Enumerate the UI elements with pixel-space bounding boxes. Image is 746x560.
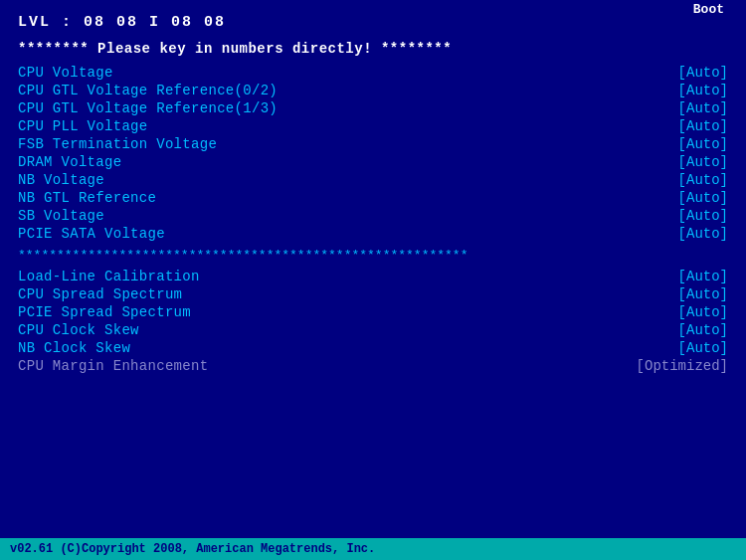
bottom-bar: v02.61 (C)Copyright 2008, American Megat… [0,538,746,560]
menu-value: [Auto] [619,100,728,116]
menu-label: CPU PLL Voltage [18,118,148,134]
menu-value: [Optimized] [619,358,728,374]
menu-value: [Auto] [619,154,728,170]
menu-row[interactable]: CPU GTL Voltage Reference(0/2)[Auto] [18,83,728,98]
menu-label: PCIE SATA Voltage [18,226,165,242]
bios-screen: Boot LVL : 08 08 I 08 08 ******** Please… [0,0,746,560]
menu-value: [Auto] [619,118,728,134]
bottom-text: v02.61 (C)Copyright 2008, American Megat… [10,542,375,556]
menu-row[interactable]: CPU Clock Skew[Auto] [18,322,728,338]
menu-label: NB Voltage [18,172,104,188]
menu-row[interactable]: DRAM Voltage[Auto] [18,154,728,170]
menu-row[interactable]: PCIE Spread Spectrum[Auto] [18,304,728,320]
menu-label: NB GTL Reference [18,190,156,206]
lvl-line: LVL : 08 08 I 08 08 [18,14,728,31]
menu-value: [Auto] [619,269,728,284]
menu-row[interactable]: CPU PLL Voltage[Auto] [18,118,728,134]
boot-label: Boot [689,0,728,19]
menu-row[interactable]: CPU Voltage[Auto] [18,65,728,81]
menu-value: [Auto] [619,136,728,152]
menu-group-2: Load-Line Calibration[Auto]CPU Spread Sp… [18,269,728,374]
menu-row[interactable]: PCIE SATA Voltage[Auto] [18,226,728,242]
menu-label: CPU Clock Skew [18,322,139,338]
menu-label: FSB Termination Voltage [18,136,217,152]
menu-label: CPU GTL Voltage Reference(1/3) [18,100,278,116]
menu-row[interactable]: FSB Termination Voltage[Auto] [18,136,728,152]
menu-value: [Auto] [619,208,728,224]
menu-row[interactable]: CPU Margin Enhancement[Optimized] [18,358,728,374]
menu-group-1: CPU Voltage[Auto]CPU GTL Voltage Referen… [18,65,728,242]
separator: ****************************************… [18,248,728,263]
menu-value: [Auto] [619,304,728,320]
menu-label: CPU GTL Voltage Reference(0/2) [18,83,278,98]
menu-label: NB Clock Skew [18,340,130,356]
menu-label: CPU Voltage [18,65,113,81]
menu-label: DRAM Voltage [18,154,121,170]
menu-row[interactable]: NB Clock Skew[Auto] [18,340,728,356]
menu-label: PCIE Spread Spectrum [18,304,191,320]
menu-value: [Auto] [619,286,728,302]
menu-row[interactable]: NB GTL Reference[Auto] [18,190,728,206]
menu-value: [Auto] [619,65,728,81]
menu-row[interactable]: NB Voltage[Auto] [18,172,728,188]
menu-value: [Auto] [619,83,728,98]
menu-value: [Auto] [619,340,728,356]
menu-row[interactable]: SB Voltage[Auto] [18,208,728,224]
menu-label: CPU Margin Enhancement [18,358,208,374]
notice-line: ******** Please key in numbers directly!… [18,41,728,57]
menu-value: [Auto] [619,190,728,206]
menu-row[interactable]: Load-Line Calibration[Auto] [18,269,728,284]
menu-label: Load-Line Calibration [18,269,200,284]
menu-row[interactable]: CPU Spread Spectrum[Auto] [18,286,728,302]
menu-label: SB Voltage [18,208,104,224]
menu-value: [Auto] [619,172,728,188]
menu-row[interactable]: CPU GTL Voltage Reference(1/3)[Auto] [18,100,728,116]
menu-value: [Auto] [619,322,728,338]
menu-value: [Auto] [619,226,728,242]
menu-label: CPU Spread Spectrum [18,286,182,302]
